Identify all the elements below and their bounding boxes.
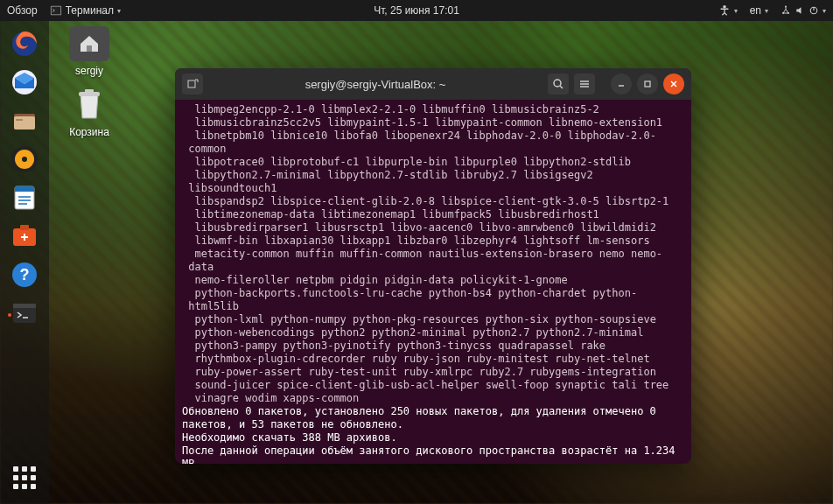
terminal-line: python-backports.functools-lru-cache pyt… (182, 287, 684, 313)
volume-icon (794, 5, 805, 16)
svg-rect-19 (15, 186, 34, 192)
terminal-line: libmusicbrainz5cc2v5 libmypaint-1.5-1 li… (182, 116, 684, 130)
terminal-line: libmpeg2encpp-2.1-0 libmplex2-2.1-0 libm… (182, 103, 684, 116)
svg-rect-21 (20, 225, 29, 230)
accessibility-icon (718, 4, 731, 17)
thunderbird-icon (10, 67, 39, 101)
chevron-down-icon: ▾ (734, 7, 738, 15)
svg-point-5 (788, 12, 789, 14)
terminal-line: Обновлено 0 пакетов, установлено 250 нов… (182, 405, 684, 431)
svg-rect-13 (14, 116, 35, 130)
desktop-icon-trash[interactable]: Корзина (58, 88, 121, 138)
terminal-line: libpython2.7-minimal libpython2.7-stdlib… (182, 169, 684, 195)
svg-rect-1 (51, 7, 60, 15)
svg-rect-28 (645, 81, 650, 87)
minimize-icon (616, 79, 626, 89)
svg-rect-7 (87, 46, 92, 52)
terminal-body[interactable]: libmpeg2encpp-2.1-0 libmplex2-2.1-0 libm… (175, 100, 691, 464)
new-tab-icon (186, 78, 199, 90)
network-icon (780, 5, 791, 16)
input-source-label: en (750, 4, 761, 17)
files-icon (10, 106, 39, 139)
clock-label: Чт, 25 июня 17:01 (374, 4, 459, 17)
show-applications-button[interactable] (5, 458, 44, 497)
power-icon (808, 5, 819, 16)
terminal-icon (10, 298, 39, 332)
svg-rect-26 (188, 80, 195, 88)
terminal-line: python3-pampy python3-pyinotify python3-… (182, 340, 684, 353)
firefox-icon (10, 29, 39, 62)
terminal-line: vinagre wodim xapps-common (182, 392, 684, 405)
search-button[interactable] (548, 74, 569, 94)
dock-app-rhythmbox[interactable] (5, 142, 44, 180)
terminal-icon (50, 4, 62, 17)
app-menu-label: Терминал (66, 4, 114, 17)
terminal-line: libusbredirparser1 libusrsctp1 libvo-aac… (182, 221, 684, 234)
clock[interactable]: Чт, 25 июня 17:01 (374, 4, 459, 17)
desktop-icon-label: Корзина (58, 126, 121, 138)
terminal-line: python-lxml python-numpy python-pkg-reso… (182, 313, 684, 326)
svg-rect-9 (85, 89, 94, 93)
menu-button[interactable] (574, 74, 595, 94)
terminal-line: После данной операции объём занятого дис… (182, 444, 684, 464)
hamburger-icon (578, 78, 591, 90)
terminal-line: Необходимо скачать 388 MB архивов. (182, 431, 684, 444)
window-title: sergiy@sergiy-VirtualBox: ~ (208, 78, 542, 91)
close-button[interactable] (663, 74, 684, 94)
dock-app-ubuntu-software[interactable] (5, 219, 44, 257)
dock-app-files[interactable] (5, 103, 44, 142)
terminal-line: python-webencodings python2 python2-mini… (182, 326, 684, 340)
terminal-line: libpotrace0 libprotobuf-c1 libpurple-bin… (182, 156, 684, 169)
new-tab-button[interactable] (182, 74, 203, 94)
svg-point-3 (785, 6, 787, 8)
terminal-line: rhythmbox-plugin-cdrecorder ruby ruby-js… (182, 353, 684, 366)
minimize-button[interactable] (611, 74, 632, 94)
grid-icon (13, 466, 36, 489)
trash-icon (69, 88, 109, 122)
svg-rect-25 (13, 304, 36, 308)
dock: ? (0, 21, 49, 504)
app-menu[interactable]: Терминал ▾ (50, 4, 121, 17)
terminal-line: libspandsp2 libspice-client-glib-2.0-8 l… (182, 195, 684, 208)
top-panel: Обзор Терминал ▾ Чт, 25 июня 17:01 ▾ en … (0, 0, 833, 21)
terminal-line: libwmf-bin libxapian30 libxapp1 libzbar0… (182, 234, 684, 248)
close-icon (668, 79, 679, 89)
chevron-down-icon: ▾ (117, 7, 121, 15)
dock-app-terminal[interactable] (5, 296, 44, 334)
dock-app-firefox[interactable] (5, 26, 44, 65)
terminal-line: metacity-common muffin muffin-common nau… (182, 248, 684, 274)
rhythmbox-icon (10, 144, 39, 178)
help-icon: ? (10, 260, 39, 293)
desktop-icon-home[interactable]: sergiy (58, 26, 121, 77)
libreoffice-writer-icon (10, 183, 39, 216)
input-source-menu[interactable]: en ▾ (750, 4, 768, 17)
terminal-line: libtimezonemap-data libtimezonemap1 libu… (182, 208, 684, 221)
terminal-window: sergiy@sergiy-VirtualBox: ~ libmpeg2encp… (175, 68, 691, 464)
svg-text:?: ? (20, 266, 30, 284)
svg-point-4 (782, 12, 784, 14)
svg-rect-14 (16, 119, 23, 121)
desktop-icons: sergiy Корзина (58, 26, 121, 138)
chevron-down-icon: ▾ (822, 7, 826, 15)
maximize-button[interactable] (637, 74, 658, 94)
dock-app-libreoffice-writer[interactable] (5, 180, 44, 219)
maximize-icon (642, 79, 653, 89)
ubuntu-software-icon (10, 221, 39, 255)
terminal-line: ruby-power-assert ruby-test-unit ruby-xm… (182, 366, 684, 379)
chevron-down-icon: ▾ (765, 7, 768, 15)
search-icon (552, 78, 564, 90)
activities-button[interactable]: Обзор (7, 4, 38, 17)
accessibility-menu[interactable]: ▾ (718, 4, 738, 17)
window-titlebar[interactable]: sergiy@sergiy-VirtualBox: ~ (175, 68, 691, 100)
home-folder-icon (69, 26, 109, 61)
desktop-icon-label: sergiy (58, 65, 121, 77)
dock-app-thunderbird[interactable] (5, 65, 44, 103)
system-menu[interactable]: ▾ (780, 5, 826, 16)
svg-point-17 (22, 157, 27, 162)
dock-app-help[interactable]: ? (5, 257, 44, 296)
terminal-line: nemo-fileroller netpbm pidgin pidgin-dat… (182, 274, 684, 287)
svg-point-2 (723, 5, 726, 9)
svg-point-27 (554, 80, 561, 87)
activities-label: Обзор (7, 4, 38, 17)
terminal-line: sound-juicer spice-client-glib-usb-acl-h… (182, 379, 684, 392)
